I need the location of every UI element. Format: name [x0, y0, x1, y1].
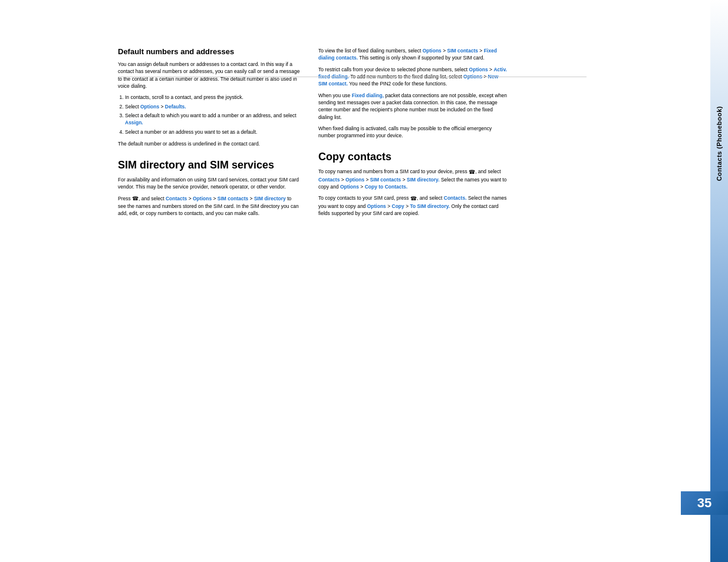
phone-icon-3: ☎ — [410, 195, 417, 203]
options-link6: Options — [367, 203, 386, 209]
section-copy-contacts: Copy contacts To copy names and numbers … — [318, 151, 507, 217]
sim-directory-link: SIM directory — [254, 196, 286, 201]
sidebar-label: Contacts (Phonebook) — [716, 106, 723, 181]
phone-icon-1: ☎ — [132, 195, 139, 203]
default-numbers-body1: You can assign default numbers or addres… — [118, 61, 301, 90]
fixed-dialing-body1: To view the list of fixed dialing number… — [318, 47, 507, 62]
steps-list: In contacts, scroll to a contact, and pr… — [125, 94, 301, 135]
default-numbers-body2: The default number or address is underli… — [118, 140, 301, 147]
sim-contacts-link3: SIM contacts — [447, 48, 478, 54]
page-number: 35 — [697, 495, 711, 511]
sim-options-link: Options — [193, 196, 212, 201]
step2-defaults: Defaults. — [165, 104, 186, 110]
copy-link: Copy — [392, 203, 404, 209]
sim-contacts-link4: SIM contacts — [370, 177, 401, 183]
step2-options: Options — [140, 104, 159, 110]
step-3: Select a default to which you want to ad… — [125, 112, 301, 127]
step-1: In contacts, scroll to a contact, and pr… — [125, 94, 301, 101]
sim-services-body1: For availability and information on usin… — [118, 176, 301, 191]
content-columns: Default numbers and addresses You can as… — [118, 47, 634, 222]
step-2: Select Options > Defaults. — [125, 103, 301, 110]
main-content: Default numbers and addresses You can as… — [0, 0, 663, 562]
options-link1: Options — [423, 48, 442, 54]
sim-contacts-link: Contacts — [166, 196, 187, 201]
sim-directory-link2: SIM directory. — [407, 177, 440, 183]
contacts-link2: Contacts. — [444, 195, 467, 201]
copy-contacts-title: Copy contacts — [318, 151, 507, 163]
page-container: Default numbers and addresses You can as… — [0, 0, 728, 562]
top-divider — [118, 77, 587, 77]
section-fixed-dialing: To view the list of fixed dialing number… — [318, 47, 507, 139]
fixed-dialing-body3: When you use Fixed dialing, packet data … — [318, 92, 507, 121]
options-link2: Options — [469, 67, 488, 72]
step3-assign: Assign. — [125, 120, 143, 125]
page-number-box: 35 — [681, 491, 728, 515]
contacts-link1: Contacts — [318, 177, 340, 183]
fixed-dialing-link2: Fixed dialing, — [352, 92, 384, 98]
fixed-dialing-body4: When fixed dialing is activated, calls m… — [318, 125, 507, 140]
options-link4: Options — [345, 177, 364, 183]
options-link5: Options — [340, 184, 359, 190]
copy-contacts-body2: To copy contacts to your SIM card, press… — [318, 194, 507, 217]
section-sim-directory: SIM directory and SIM services For avail… — [118, 159, 301, 217]
sim-services-body2: Press ☎, and select Contacts > Options >… — [118, 195, 301, 217]
to-sim-directory-link: To SIM directory. — [410, 203, 450, 209]
vertical-tab: Contacts (Phonebook) 35 — [710, 0, 728, 562]
copy-to-contacts-link: Copy to Contacts. — [365, 184, 408, 190]
section-default-numbers: Default numbers and addresses You can as… — [118, 47, 301, 147]
right-sidebar: Contacts (Phonebook) 35 — [663, 0, 728, 562]
left-column: Default numbers and addresses You can as… — [118, 47, 301, 222]
copy-contacts-body1: To copy names and numbers from a SIM car… — [318, 168, 507, 190]
right-column: To view the list of fixed dialing number… — [318, 47, 507, 222]
sim-directory-title: SIM directory and SIM services — [118, 159, 301, 171]
default-numbers-title: Default numbers and addresses — [118, 47, 301, 56]
sim-contacts-link2: SIM contacts — [218, 196, 248, 201]
step-4: Select a number or an address you want t… — [125, 128, 301, 135]
phone-icon-2: ☎ — [469, 168, 475, 176]
